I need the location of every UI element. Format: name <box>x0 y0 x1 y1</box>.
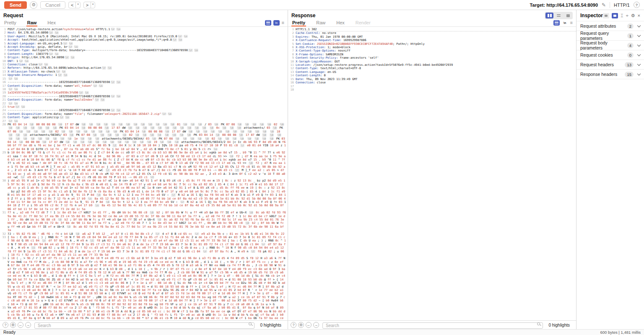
code-line[interactable]: 5Accept-Language: en-US,en;q=0.5\r\n <box>0 42 288 45</box>
http-version-selector[interactable]: HTTP/1 <box>614 3 630 8</box>
code-line[interactable]: 33[ ba : C db U ea ; ) ; RN8 0c ^ 18 N f… <box>0 236 288 257</box>
code-line[interactable]: 15\r\n <box>0 77 288 81</box>
inspector-section-response-headers[interactable]: Response headers15 <box>576 69 644 79</box>
next-match-icon[interactable]: → <box>313 322 319 328</box>
inspector-section-request-attributes[interactable]: Request attributes2 <box>576 21 644 31</box>
help-icon[interactable]: ? <box>634 2 640 8</box>
prev-match-icon[interactable]: ← <box>18 322 23 328</box>
chevron-down-icon[interactable] <box>637 72 641 75</box>
code-line[interactable]: 12Content-Type: text/html;charset=UTF-8 <box>288 67 576 70</box>
code-line[interactable]: 18 <box>288 88 576 91</box>
code-line[interactable]: 24-----------------------------103295884… <box>0 109 288 112</box>
code-line[interactable]: 327J : 95 82 f5 86 ' d6 f6 : f4 c b4 L8 … <box>0 232 288 236</box>
chevron-down-icon[interactable] <box>637 62 641 65</box>
code-line[interactable]: 16-----------------------------103295884… <box>0 81 288 84</box>
response-tab-render[interactable]: Render <box>355 19 371 26</box>
history-back-button[interactable]: < ▾ <box>68 2 80 8</box>
inspector-section-request-body-parameters[interactable]: Request body parameters4 <box>576 40 644 50</box>
layout-rows-button[interactable] <box>555 13 563 18</box>
code-line[interactable]: 12Referer: http://64.176.65.54:8090/admi… <box>0 66 288 70</box>
code-line[interactable]: 3Expires: Thu, 01 Jan 1970 00:00:00 GMT <box>288 35 576 39</box>
editor-menu-icon[interactable]: ≡ <box>570 21 573 25</box>
search-settings-icon[interactable]: ⚙ <box>10 322 16 328</box>
code-line[interactable]: 15Date: Thu, 09 Nov 2023 11:39:49 GMT <box>288 78 576 81</box>
code-line[interactable]: 2Cache-Control: no-store <box>288 31 576 35</box>
back-arrow-icon[interactable]: < <box>69 2 75 8</box>
code-line[interactable]: 6X-XSS-Protection: 1; mode=block <box>288 46 576 49</box>
code-line[interactable]: 30j dd a5 95 V ad 1> e2 9d b9 ca 8e 9a a… <box>0 179 288 211</box>
code-line[interactable]: 28PK 03 04 14 \0 00 08 08 08 \0 17 87 dW… <box>0 123 288 151</box>
response-editor[interactable]: 1HTTP/1.1 3022Cache-Control: no-store3Ex… <box>288 27 576 320</box>
code-line[interactable]: 23true\r\n <box>0 105 288 109</box>
inspector-view-toggle-on[interactable] <box>612 13 618 18</box>
code-line[interactable]: 9Content-Security-Policy: frame-ancestor… <box>288 56 576 60</box>
layout-columns-button[interactable] <box>545 13 553 18</box>
request-search-input[interactable] <box>34 322 254 329</box>
close-icon[interactable]: × <box>638 13 640 18</box>
code-line[interactable]: 191a3245974e922796d3afcacfcf141a9930c3fd… <box>0 91 288 94</box>
code-line[interactable]: 10DNT: 1\r\n <box>0 60 288 63</box>
code-line[interactable]: 1POST /json/setup-restore.action?synchro… <box>0 28 288 31</box>
code-line[interactable]: 9Origin: http://64.176.65.54:8090\r\n <box>0 56 288 59</box>
cancel-button[interactable]: Cancel <box>40 1 65 9</box>
code-line[interactable]: 31f7 s , a2 e8 f4 f2 d8 7 ! 1 1c 8e d3 b… <box>0 211 288 232</box>
code-line[interactable]: 4X-Confluence-Request-Time: 169952998788… <box>288 39 576 42</box>
response-tab-pretty[interactable]: Pretty <box>291 19 306 26</box>
inspector-section-request-headers[interactable]: Request headers13 <box>576 60 644 69</box>
code-line[interactable]: 21Content-Disposition: form-data; name="… <box>0 98 288 101</box>
code-line[interactable]: 25Content-Disposition: form-data; name="… <box>0 112 288 116</box>
code-line[interactable]: 8Content-Length: 1303779\r\n <box>0 52 288 56</box>
code-line[interactable]: 29b 10 04 0c 06 &^ f8 & cf fc c1 cc fe d… <box>0 151 288 179</box>
code-line[interactable]: 22\r\n <box>0 102 288 105</box>
forward-arrow-icon[interactable]: > <box>84 2 91 8</box>
code-line[interactable]: 26Content-Type: application/zip\r\n <box>0 116 288 119</box>
show-nonprintables-icon[interactable]: \n <box>273 20 280 26</box>
next-match-icon[interactable]: → <box>25 322 31 328</box>
code-line[interactable]: 16Connection: close <box>288 81 576 84</box>
code-line[interactable]: 1HTTP/1.1 302 <box>288 28 576 31</box>
chevron-down-icon[interactable] <box>637 23 641 27</box>
chevron-down-icon[interactable] <box>637 52 641 56</box>
format-icon[interactable] <box>553 20 560 26</box>
code-line[interactable]: 10X-Seraph-LoginReason: OUT <box>288 60 576 63</box>
forward-dropdown-icon[interactable]: ▾ <box>91 2 95 8</box>
code-line[interactable]: 13X-Atlassian-Token: no-check\r\n <box>0 70 288 73</box>
inspector-view-toggle-off[interactable] <box>603 13 609 18</box>
send-settings-button[interactable]: ⚙ <box>30 1 37 9</box>
code-line[interactable]: 17 <box>288 85 576 88</box>
layout-single-button[interactable] <box>564 13 572 18</box>
code-line[interactable]: 18\r\n <box>0 88 288 91</box>
code-line[interactable]: 35Yn e6 e7 17 81 93 # 80 f7 88 8c ef ca … <box>0 306 288 320</box>
code-line[interactable]: 6Accept-Encoding: gzip, deflate, br\r\n <box>0 45 288 49</box>
inspector-section-request-cookies[interactable]: Request cookies0 <box>576 50 644 60</box>
code-line[interactable]: 11Connection: close\r\n <box>0 63 288 66</box>
edit-target-icon[interactable]: ✎ <box>602 2 606 8</box>
response-search-input[interactable] <box>322 322 543 329</box>
request-tab-hex[interactable]: Hex <box>47 19 57 26</box>
chevron-down-icon[interactable] <box>637 33 641 36</box>
code-line[interactable]: 4Accept: text/html,application/xhtml+xml… <box>0 38 288 42</box>
code-line[interactable]: 14Upgrade-Insecure-Requests: 1\r\n <box>0 73 288 77</box>
code-line[interactable]: 7Content-Type: multipart/form-data; boun… <box>0 49 288 52</box>
back-dropdown-icon[interactable]: ▾ <box>75 2 80 8</box>
response-tab-hex[interactable]: Hex <box>335 19 345 26</box>
send-button[interactable]: Send <box>4 1 27 9</box>
code-line[interactable]: 3User-Agent: Mozilla/5.0 (Macintosh; Int… <box>0 35 288 38</box>
code-line[interactable]: 5Set-Cookie: JSESSIONID=021BB86EFF930CEC… <box>288 42 576 46</box>
prev-match-icon[interactable]: ← <box>306 322 312 328</box>
response-tab-raw[interactable]: Raw <box>315 19 326 26</box>
code-line[interactable]: 2Host: 64.176.65.54:8090\r\n <box>0 31 288 34</box>
chevron-down-icon[interactable] <box>637 43 641 46</box>
code-line[interactable]: 11Location: /json/setup-restore-progress… <box>288 63 576 67</box>
code-line[interactable]: 13Content-Language: en-US <box>288 70 576 74</box>
code-line[interactable]: 8X-Frame-Options: SAMEORIGIN <box>288 53 576 56</box>
collapse-all-icon[interactable]: ÷ <box>626 13 628 18</box>
request-editor[interactable]: 1POST /json/setup-restore.action?synchro… <box>0 27 288 320</box>
request-tab-raw[interactable]: Raw <box>26 19 38 26</box>
code-line[interactable]: 7X-Content-Type-Options: nosniff <box>288 49 576 52</box>
show-nonprintables-icon[interactable]: \n <box>562 20 568 26</box>
expand-all-icon[interactable]: ⌶ <box>621 13 623 18</box>
inspector-settings-icon[interactable]: ⚙ <box>631 13 635 18</box>
history-forward-button[interactable]: > ▾ <box>83 2 96 8</box>
code-line[interactable]: 20-----------------------------103295884… <box>0 95 288 98</box>
